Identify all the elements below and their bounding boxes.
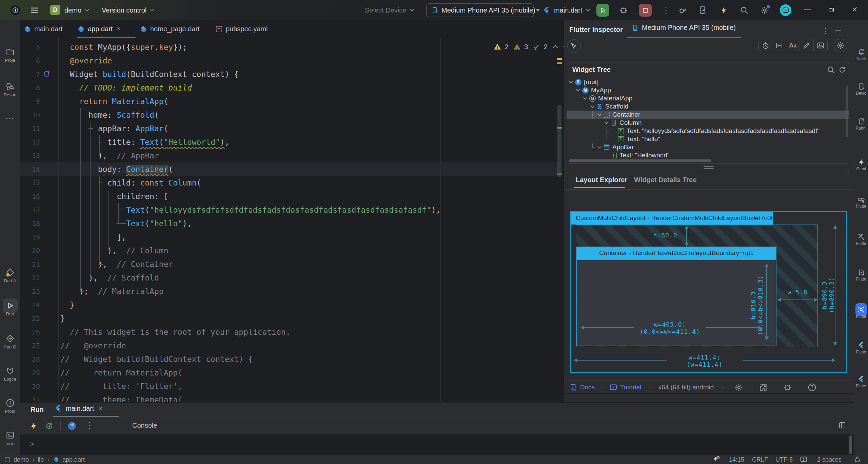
code-line[interactable]: ), // Column bbox=[60, 244, 169, 257]
panel-options-icon[interactable]: ⋮ bbox=[822, 26, 829, 36]
code-line[interactable]: @override bbox=[60, 54, 112, 67]
code-line[interactable]: ], bbox=[60, 230, 126, 244]
code-line[interactable]: ), // AppBar bbox=[60, 149, 159, 162]
code-line[interactable]: return MaterialApp( bbox=[60, 95, 169, 108]
code-line[interactable]: ), // Container bbox=[60, 257, 173, 271]
tree-row-root[interactable]: R[root] bbox=[567, 78, 849, 86]
close-tab-icon[interactable]: × bbox=[117, 25, 120, 33]
tab-widget-details-tree[interactable]: Widget Details Tree bbox=[634, 176, 696, 184]
code-line[interactable]: // This widget is the root of your appli… bbox=[60, 325, 291, 339]
console-label[interactable]: Console bbox=[132, 422, 157, 429]
code-line[interactable]: // TODO: implement build bbox=[60, 81, 192, 95]
tree-vscrollbar[interactable] bbox=[846, 86, 848, 137]
tree-row-MyApp[interactable]: MMyApp bbox=[567, 86, 849, 94]
code-line[interactable]: } bbox=[60, 298, 75, 312]
console-scrollbar[interactable] bbox=[849, 436, 852, 454]
encoding[interactable]: UTF-8 bbox=[775, 455, 793, 464]
device-mirror-button[interactable] bbox=[698, 6, 707, 15]
code-area[interactable]: 5 const MyApp({super.key});6 @override7 … bbox=[20, 38, 564, 402]
sidebar-item-appq[interactable] bbox=[0, 334, 20, 344]
code-line[interactable]: ─ appBar: AppBar( bbox=[60, 122, 169, 135]
help-icon[interactable] bbox=[808, 383, 816, 392]
chevron-expanded-icon[interactable] bbox=[597, 144, 601, 148]
image-button[interactable] bbox=[814, 39, 827, 52]
code-line[interactable]: // return MaterialApp( bbox=[60, 366, 182, 380]
select-widget-mode-button[interactable] bbox=[567, 39, 581, 53]
hot-restart-button[interactable] bbox=[45, 422, 54, 430]
time[interactable]: 14:15 bbox=[729, 455, 744, 464]
tutorial-link[interactable]: Tutorial bbox=[620, 384, 642, 391]
code-line[interactable]: // @override bbox=[60, 339, 126, 352]
stop-button[interactable] bbox=[639, 4, 652, 17]
ai-status-icon[interactable] bbox=[712, 455, 720, 464]
sidebar-item-darta[interactable] bbox=[0, 268, 20, 278]
lock-icon[interactable] bbox=[854, 455, 861, 464]
sidebar-item-termi[interactable] bbox=[0, 431, 20, 441]
maximize-button[interactable] bbox=[828, 7, 834, 13]
chevron-expanded-icon[interactable] bbox=[583, 96, 587, 99]
inspections-status-icon[interactable] bbox=[800, 455, 808, 464]
editor-scrollbar[interactable] bbox=[557, 105, 561, 177]
console-area[interactable]: > bbox=[20, 435, 854, 455]
sidebar-item-resou[interactable] bbox=[0, 82, 20, 92]
sidebar-item-more[interactable]: ⋯ bbox=[0, 116, 20, 122]
tree-refresh-icon[interactable] bbox=[838, 66, 846, 74]
code-line[interactable]: ──Text("helloyydsfsdfafsdfdfadsfadsfdasf… bbox=[60, 203, 441, 217]
settings-icon[interactable] bbox=[734, 383, 743, 392]
inspector-settings-button[interactable] bbox=[834, 39, 847, 52]
close-button[interactable] bbox=[852, 6, 859, 13]
tab-device[interactable]: Medium Phone API 35 (mobile) bbox=[632, 24, 736, 32]
tree-row-AppBar[interactable]: └AppBar bbox=[567, 143, 849, 151]
run-button[interactable] bbox=[596, 4, 609, 17]
hot-reload-button[interactable] bbox=[29, 422, 38, 430]
project-name-button[interactable]: demo bbox=[64, 0, 90, 20]
line-ending[interactable]: CRLF bbox=[752, 455, 768, 464]
code-line[interactable]: ─ child: const Column( bbox=[60, 176, 201, 190]
crumb-dir[interactable]: lib bbox=[38, 456, 44, 463]
chevron-expanded-icon[interactable] bbox=[590, 104, 594, 108]
version-control-button[interactable]: Version control bbox=[102, 0, 155, 20]
sidebar-item-proje[interactable] bbox=[0, 47, 20, 58]
tree-search-icon[interactable] bbox=[827, 65, 835, 74]
tree-row-Texthelloyyd[interactable]: ├TText: "helloyydsfsdfafsdfdfadsfadsfdas… bbox=[567, 127, 849, 135]
tree-row-MaterialApp[interactable]: MMaterialApp bbox=[567, 94, 849, 102]
hide-panel-icon[interactable] bbox=[835, 30, 841, 31]
panel-splitter[interactable] bbox=[704, 166, 714, 167]
chevron-expanded-icon[interactable] bbox=[605, 120, 608, 124]
inspections-widget[interactable]: 232 bbox=[493, 43, 567, 51]
code-line[interactable]: body: Container( bbox=[60, 162, 173, 176]
tab-home_page.dart[interactable]: home_page.dart bbox=[140, 20, 212, 38]
code-line[interactable]: // title: 'Flutter', bbox=[60, 380, 182, 393]
select-device-button[interactable]: Select Device bbox=[365, 0, 414, 20]
main-menu-icon[interactable] bbox=[29, 5, 39, 15]
code-line[interactable]: ─ title: Text("Helloworld"), bbox=[60, 135, 230, 149]
fontsize-button[interactable]: AA bbox=[786, 39, 800, 52]
close-tab-icon[interactable]: × bbox=[99, 405, 102, 412]
extension-icon[interactable] bbox=[759, 383, 768, 392]
code-line[interactable]: ──Text("hello"), bbox=[60, 217, 192, 230]
code-line[interactable]: const MyApp({super.key}); bbox=[60, 40, 187, 54]
attach-debugger-button[interactable] bbox=[678, 6, 687, 15]
prev-problem-icon[interactable] bbox=[553, 45, 558, 50]
tree-hscrollbar[interactable] bbox=[569, 159, 711, 162]
code-line[interactable]: // theme: ThemeData( bbox=[60, 393, 182, 402]
code-line[interactable]: ─ home: Scaffold( bbox=[60, 108, 159, 122]
override-gutter-icon[interactable] bbox=[43, 70, 51, 78]
split-console-icon[interactable] bbox=[838, 421, 846, 429]
tree-row-Texthello[interactable]: └TText: "hello" bbox=[567, 135, 849, 143]
more-options-icon[interactable]: ⋮ bbox=[85, 421, 94, 430]
docs-link[interactable]: Docs bbox=[580, 384, 595, 391]
tab-main.dart[interactable]: main.dart bbox=[24, 20, 73, 38]
avatar[interactable] bbox=[780, 4, 791, 16]
stopwatch-button[interactable] bbox=[759, 39, 772, 52]
minimize-button[interactable] bbox=[804, 9, 811, 10]
dart-dev-tools-button[interactable] bbox=[67, 421, 77, 431]
code-line[interactable]: } bbox=[60, 312, 65, 325]
run-config-selector[interactable]: main.dart bbox=[554, 0, 590, 20]
chevron-expanded-icon[interactable] bbox=[569, 79, 573, 83]
code-line[interactable]: ), // Scaffold bbox=[60, 271, 159, 285]
tab-pubspec.yaml[interactable]: pubspec.yaml bbox=[215, 20, 276, 38]
settings-button[interactable] bbox=[760, 6, 769, 15]
report-bug-icon[interactable] bbox=[783, 383, 792, 392]
tab-app.dart[interactable]: app.dart× bbox=[77, 20, 136, 38]
